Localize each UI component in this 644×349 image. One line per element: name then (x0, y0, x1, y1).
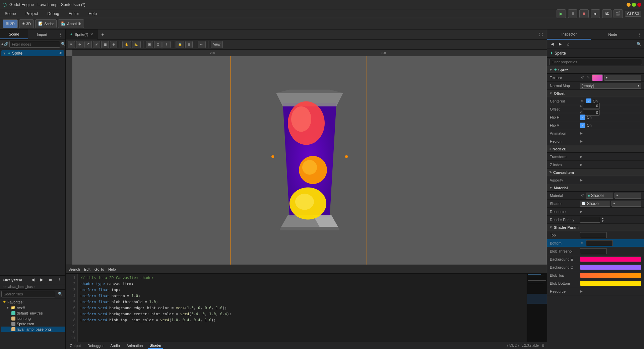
scene-panel-menu[interactable]: ⋮ (56, 29, 65, 39)
sprite-section-header[interactable]: ▼ ✦ Sprite (547, 66, 644, 74)
offset-x-input[interactable]: 0 (583, 103, 600, 109)
stop-button[interactable]: ⏹ (579, 9, 589, 18)
shader-value-btn[interactable]: 📄 Shade (580, 201, 610, 207)
flip-h-checkbox[interactable]: ✓ (580, 115, 585, 120)
search-files-input[interactable] (1, 291, 55, 297)
texture-reset[interactable]: ↺ (580, 75, 585, 80)
play-button[interactable]: ▶ (557, 9, 566, 18)
animation-expand[interactable]: ▶ (580, 131, 583, 135)
shader-dropdown[interactable]: ▾ (611, 201, 642, 207)
visibility-expand[interactable]: ▶ (580, 178, 583, 182)
inspect-search-button[interactable]: 🔍 (635, 41, 643, 48)
fs-item-tscn[interactable]: Sprite.tscn (1, 321, 65, 327)
handle-left[interactable] (271, 155, 274, 158)
fs-search-button[interactable]: 🔍 (57, 290, 64, 298)
tab-close-button[interactable]: ✕ (90, 32, 93, 37)
search-nodes-button[interactable]: 🔍 (61, 41, 66, 48)
fs-forward-button[interactable]: ▶ (38, 276, 45, 284)
menu-debug[interactable]: Debug (45, 11, 61, 17)
blob-top-swatch[interactable] (580, 273, 641, 278)
transform-expand[interactable]: ▶ (580, 155, 583, 158)
texture-dropdown[interactable]: ▾ (604, 75, 641, 81)
blob-bottom-swatch[interactable] (580, 281, 641, 286)
tab-debugger[interactable]: Debugger (86, 343, 105, 348)
pivot-tool[interactable]: ⊕ (110, 41, 117, 48)
scale-tool[interactable]: ⤢ (93, 41, 100, 48)
blob-threshold-input[interactable]: 1 (580, 248, 607, 254)
fs-back-button[interactable]: ◀ (29, 276, 37, 284)
fullscreen-button[interactable]: ⛶ (537, 31, 544, 38)
link-button[interactable]: 🔗 (4, 41, 9, 48)
resource-expand1[interactable]: ▶ (580, 210, 583, 213)
flip-v-toggle[interactable]: ✓ On (580, 123, 592, 128)
resource-expand2[interactable]: ▶ (580, 289, 583, 293)
play-scene-button[interactable]: 📽 (602, 9, 611, 18)
tab-inspector[interactable]: Inspector (547, 29, 591, 40)
tab-node[interactable]: Node (591, 29, 635, 40)
offset-section-header[interactable]: ▼ Offset (547, 90, 644, 97)
render-priority-stepper[interactable]: ▲ ▼ (601, 217, 604, 223)
move-tool[interactable]: ✛ (76, 41, 83, 48)
region-expand[interactable]: ▶ (580, 139, 583, 143)
mode-assetlib[interactable]: 🏪 AssetLib (58, 19, 84, 28)
select-tool[interactable]: ↖ (68, 41, 75, 48)
more-options[interactable]: ⋮ (163, 41, 171, 48)
fs-item-res[interactable]: ▼ 📁 res:// (1, 305, 65, 310)
group-button[interactable]: ⊞ (185, 41, 193, 48)
add-node-button[interactable]: + (1, 41, 3, 48)
code-content[interactable]: // this is a 2D CanvasItem shader shader… (78, 274, 527, 342)
bottom-reset[interactable]: ↺ (580, 241, 585, 246)
lock-button[interactable]: 🔒 (176, 41, 184, 48)
pan-tool[interactable]: ✋ (122, 41, 131, 48)
z-index-expand[interactable]: ▶ (580, 163, 583, 166)
play-custom-button[interactable]: 🎬 (614, 9, 623, 18)
menu-project[interactable]: Project (23, 11, 40, 17)
inspect-back-button[interactable]: ◀ (549, 41, 556, 48)
shader-top-input[interactable]: 0.212 (580, 232, 607, 238)
transform-btn1[interactable]: ⊞ (146, 41, 153, 48)
tab-animation[interactable]: Animation (125, 343, 144, 348)
mode-3d[interactable]: ◈ 3D (19, 19, 34, 28)
visibility-toggle-icon[interactable]: 👁 (59, 52, 63, 55)
shader-bottom-input[interactable]: 0.618 (586, 240, 613, 246)
node2d-section-header[interactable]: ○ Node2D (547, 145, 644, 153)
shader-param-section-header[interactable]: ▼ Shader Param (547, 224, 644, 231)
inspect-forward-button[interactable]: ▶ (557, 41, 564, 48)
material-dropdown[interactable]: ▾ (615, 193, 642, 199)
code-menu-search[interactable]: Search (68, 267, 80, 271)
ruler-tool[interactable]: 📐 (132, 41, 141, 48)
code-menu-help[interactable]: Help (108, 267, 116, 271)
canvasitem-section-header[interactable]: ✎ CanvasItem (547, 169, 644, 176)
flip-v-checkbox[interactable]: ✓ (580, 123, 585, 128)
viewport-canvas[interactable]: − 178.2 % + 250 500 (66, 50, 547, 265)
tab-output[interactable]: Output (68, 343, 82, 348)
pause-button[interactable]: ⏸ (568, 9, 577, 18)
inspector-panel-menu[interactable]: ⋮ (635, 32, 644, 37)
gles-badge[interactable]: GLES3 (625, 11, 641, 17)
normal-map-dropdown[interactable]: [empty] ▾ (580, 83, 641, 89)
texture-swatch[interactable] (592, 74, 603, 81)
mode-script[interactable]: 📝 Script (35, 19, 57, 28)
code-menu-edit[interactable]: Edit (84, 267, 90, 271)
snap-button[interactable]: ⋯ (198, 41, 206, 48)
fs-item-env[interactable]: default_env.tres (1, 310, 65, 316)
inspect-home-button[interactable]: ⌂ (565, 41, 572, 48)
scene-tree-sprite[interactable]: ▼ ✦ Sprite 👁 (1, 50, 64, 56)
filter-nodes-input[interactable] (9, 41, 60, 48)
material-section-header[interactable]: ▼ Material (547, 184, 644, 192)
transform-btn2[interactable]: ⊡ (154, 41, 162, 48)
material-value-btn[interactable]: ■ Shader (586, 193, 613, 199)
rotate-tool[interactable]: ↺ (84, 41, 92, 48)
tab-sprite[interactable]: ✦ Sprite(*) ✕ (66, 29, 98, 40)
render-priority-input[interactable]: 0 (580, 217, 600, 223)
flip-h-toggle[interactable]: ✓ On (580, 115, 592, 120)
texture-edit[interactable]: ✎ (586, 75, 591, 80)
tab-scene[interactable]: Scene (0, 29, 28, 39)
background-e-swatch[interactable] (580, 257, 641, 262)
step-button[interactable]: ⏭ (591, 9, 600, 18)
viewport-bg[interactable] (72, 56, 547, 265)
tab-audio[interactable]: Audio (109, 343, 121, 348)
menu-help[interactable]: Help (86, 11, 99, 17)
lava-lamp-sprite[interactable] (273, 90, 346, 231)
add-tab-button[interactable]: + (98, 32, 108, 37)
